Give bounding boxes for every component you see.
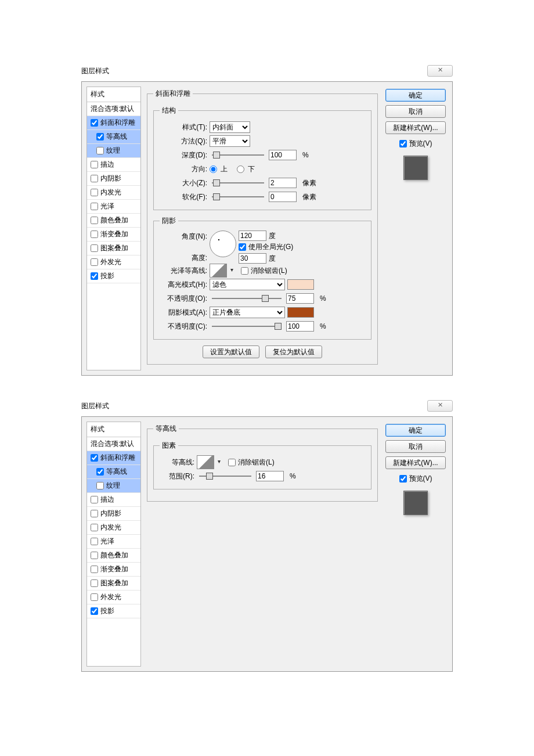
- ok-button[interactable]: 确定: [385, 89, 446, 102]
- sidebar-item-checkbox[interactable]: [91, 189, 98, 196]
- sidebar-item-checkbox[interactable]: [91, 593, 98, 601]
- sidebar-item-checkbox[interactable]: [96, 482, 104, 489]
- cancel-button[interactable]: 取消: [385, 105, 446, 118]
- sidebar-item[interactable]: 斜面和浮雕: [87, 451, 140, 465]
- highlight-mode-select[interactable]: 滤色: [210, 279, 285, 290]
- sidebar-item[interactable]: 投影: [87, 269, 140, 283]
- sidebar-item[interactable]: 混合选项:默认: [87, 102, 140, 116]
- sidebar-item-checkbox[interactable]: [91, 272, 98, 280]
- sidebar-item-checkbox[interactable]: [91, 119, 98, 127]
- contour-antialias-checkbox[interactable]: [228, 459, 236, 466]
- direction-up-radio[interactable]: [210, 165, 217, 173]
- new-style-button[interactable]: 新建样式(W)...: [385, 121, 446, 134]
- sidebar-item[interactable]: 纹理: [87, 479, 140, 493]
- sidebar-item[interactable]: 投影: [87, 604, 140, 618]
- sidebar-item-label: 描边: [100, 160, 114, 170]
- sidebar-item-checkbox[interactable]: [91, 231, 98, 238]
- sidebar-item-checkbox[interactable]: [91, 566, 98, 573]
- sidebar-item[interactable]: 等高线: [87, 130, 140, 144]
- sidebar-item-checkbox[interactable]: [96, 133, 104, 141]
- sidebar-item[interactable]: 纹理: [87, 144, 140, 158]
- sidebar-item[interactable]: 光泽: [87, 200, 140, 214]
- sidebar-item-checkbox[interactable]: [96, 468, 104, 476]
- soften-input[interactable]: [269, 192, 297, 202]
- technique-select[interactable]: 平滑: [210, 135, 250, 147]
- depth-unit: %: [302, 151, 309, 159]
- range-input[interactable]: [256, 471, 284, 481]
- sidebar-item[interactable]: 描边: [87, 158, 140, 172]
- altitude-label: 高度:: [160, 253, 207, 263]
- sidebar-item-checkbox[interactable]: [91, 217, 98, 224]
- sidebar-item-checkbox[interactable]: [91, 161, 98, 168]
- sidebar-item[interactable]: 描边: [87, 493, 140, 507]
- sidebar-item[interactable]: 颜色叠加: [87, 214, 140, 228]
- sidebar-item-label: 外发光: [100, 257, 121, 267]
- new-style-button[interactable]: 新建样式(W)...: [385, 456, 446, 469]
- size-input[interactable]: [269, 178, 297, 188]
- soften-slider[interactable]: [212, 193, 264, 201]
- sidebar-item[interactable]: 混合选项:默认: [87, 437, 140, 451]
- shadow-opacity-slider[interactable]: [212, 322, 282, 330]
- sidebar-item-checkbox[interactable]: [96, 147, 104, 154]
- sidebar-item[interactable]: 外发光: [87, 591, 140, 604]
- ok-button[interactable]: 确定: [385, 424, 446, 437]
- preview-checkbox[interactable]: [399, 475, 407, 483]
- cancel-button[interactable]: 取消: [385, 440, 446, 453]
- gloss-antialias-checkbox[interactable]: [241, 267, 248, 275]
- sidebar-item-checkbox[interactable]: [91, 244, 98, 252]
- sidebar-item-checkbox[interactable]: [91, 454, 98, 462]
- global-light-checkbox[interactable]: [239, 243, 246, 251]
- sidebar-item[interactable]: 内阴影: [87, 507, 140, 521]
- shadow-mode-select[interactable]: 正片叠底: [210, 307, 285, 318]
- sidebar-item[interactable]: 等高线: [87, 465, 140, 479]
- sidebar-item[interactable]: 内阴影: [87, 172, 140, 186]
- angle-wheel[interactable]: [210, 231, 236, 257]
- make-default-button[interactable]: 设置为默认值: [203, 345, 259, 358]
- depth-input[interactable]: [269, 150, 297, 160]
- sidebar-item[interactable]: 图案叠加: [87, 577, 140, 591]
- highlight-opacity-input[interactable]: [286, 293, 314, 304]
- contour-picker[interactable]: [197, 455, 214, 469]
- sidebar-item-checkbox[interactable]: [91, 203, 98, 210]
- sidebar-item-checkbox[interactable]: [91, 524, 98, 531]
- direction-down-radio[interactable]: [237, 165, 244, 173]
- style-select[interactable]: 内斜面: [210, 121, 250, 133]
- sidebar-item[interactable]: 斜面和浮雕: [87, 116, 140, 130]
- structure-fieldset: 结构 样式(T): 内斜面 方法(Q): 平滑 深度(D): %: [153, 106, 371, 210]
- sidebar-item[interactable]: 光泽: [87, 535, 140, 549]
- dialog-body: 样式 混合选项:默认斜面和浮雕等高线纹理描边内阴影内发光光泽颜色叠加渐变叠加图案…: [81, 416, 453, 672]
- gloss-contour-picker[interactable]: [210, 264, 227, 278]
- sidebar-item[interactable]: 内发光: [87, 521, 140, 535]
- close-button[interactable]: ✕: [427, 65, 453, 77]
- shadow-opacity-input[interactable]: [286, 321, 314, 332]
- highlight-opacity-slider[interactable]: [212, 294, 282, 303]
- sidebar-item[interactable]: 颜色叠加: [87, 549, 140, 563]
- main-panel-contour: 等高线 图素 等高线: 消除锯齿(L) 范围(R): %: [141, 422, 384, 667]
- sidebar-item-checkbox[interactable]: [91, 538, 98, 545]
- sidebar-item-checkbox[interactable]: [91, 510, 98, 517]
- gloss-contour-label: 光泽等高线:: [160, 266, 207, 276]
- shadow-color-swatch[interactable]: [287, 307, 314, 318]
- close-button[interactable]: ✕: [427, 400, 453, 412]
- sidebar-item-checkbox[interactable]: [91, 607, 98, 615]
- sidebar-item-checkbox[interactable]: [91, 496, 98, 503]
- angle-input[interactable]: [239, 231, 266, 241]
- highlight-color-swatch[interactable]: [287, 279, 314, 290]
- preview-checkbox[interactable]: [399, 140, 407, 147]
- sidebar-item[interactable]: 渐变叠加: [87, 228, 140, 242]
- sidebar-item-checkbox[interactable]: [91, 258, 98, 266]
- sidebar-item[interactable]: 渐变叠加: [87, 563, 140, 577]
- sidebar-item-checkbox[interactable]: [91, 175, 98, 182]
- depth-slider[interactable]: [212, 151, 264, 159]
- reset-default-button[interactable]: 复位为默认值: [265, 345, 322, 358]
- sidebar-item-checkbox[interactable]: [91, 579, 98, 587]
- size-slider[interactable]: [212, 179, 264, 187]
- range-slider[interactable]: [199, 472, 251, 480]
- sidebar-item[interactable]: 外发光: [87, 255, 140, 269]
- sidebar-item-checkbox[interactable]: [91, 552, 98, 559]
- sidebar-item-label: 光泽: [100, 201, 114, 211]
- altitude-input[interactable]: [239, 253, 266, 264]
- sidebar-item[interactable]: 内发光: [87, 186, 140, 200]
- preview-swatch: [403, 156, 428, 180]
- sidebar-item[interactable]: 图案叠加: [87, 242, 140, 255]
